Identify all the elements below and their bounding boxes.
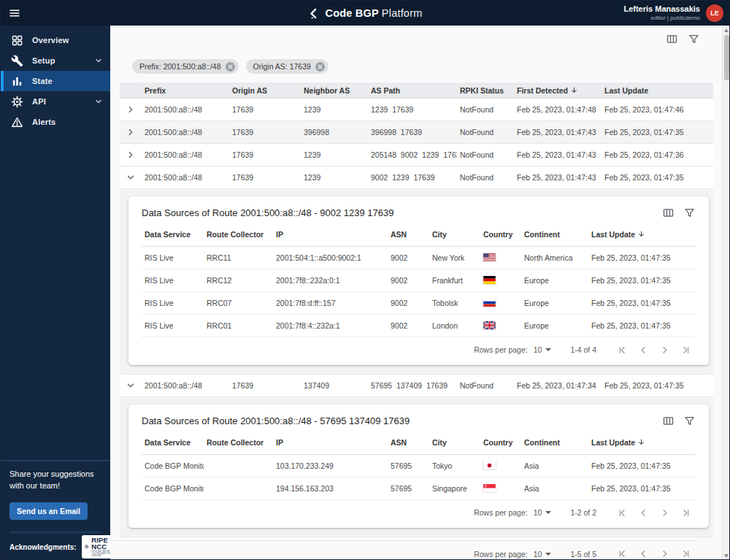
rows-per-page-select[interactable]: 10: [534, 508, 552, 517]
first-page-button[interactable]: [617, 548, 628, 559]
suggestion-text: Share your suggestions with our team!: [9, 469, 101, 492]
column-header-ip[interactable]: IP: [273, 438, 388, 447]
sidebar-item-api[interactable]: API: [1, 91, 110, 112]
sidebar-item-label: Alerts: [32, 118, 55, 126]
table-row[interactable]: RIS LiveRRC072001:7f8:d:ff::1579002Tobol…: [142, 292, 696, 315]
columns-icon[interactable]: [662, 207, 675, 219]
chip-label: Prefix: 2001:500:a8::/48: [139, 62, 221, 71]
column-header-as-path[interactable]: AS Path: [368, 86, 457, 95]
rows-per-page-select[interactable]: 10: [534, 345, 552, 354]
column-header-route-collector[interactable]: Route Collector: [204, 230, 273, 239]
filter-icon[interactable]: [688, 33, 700, 45]
previous-page-button[interactable]: [638, 345, 649, 356]
cell-continent: Europe: [521, 276, 588, 285]
previous-page-button[interactable]: [638, 548, 649, 559]
column-header-ip[interactable]: IP: [273, 230, 388, 239]
gb-flag-icon: [483, 321, 496, 329]
expand-row-button[interactable]: [120, 172, 142, 183]
expand-row-button[interactable]: [120, 380, 142, 391]
column-header-origin-as[interactable]: Origin AS: [229, 86, 301, 95]
column-header-last-update[interactable]: Last Update: [602, 86, 713, 95]
filter-chip-origin-as[interactable]: Origin AS: 17639: [246, 59, 328, 74]
cell-rpki_status: NotFound: [457, 173, 514, 182]
sort-desc-icon: [570, 86, 578, 94]
scrollbar-thumb[interactable]: [724, 35, 729, 80]
column-header-data-service[interactable]: Data Service: [142, 230, 204, 239]
filter-icon[interactable]: [683, 415, 696, 427]
column-header-first-detected[interactable]: First Detected: [514, 86, 602, 95]
table-row[interactable]: RIS LiveRRC122001:7f8::232a:0:19002Frank…: [142, 269, 696, 292]
cell-ip: 2001:504:1::a500:9002:1: [273, 253, 388, 262]
table-row[interactable]: RIS LiveRRC112001:504:1::a500:9002:19002…: [142, 247, 696, 269]
table-row[interactable]: 2001:500:a8::/48176391239205148 9002 123…: [120, 144, 713, 166]
table-row[interactable]: 2001:500:a8::/4817639396998396998 17639N…: [120, 121, 713, 144]
chip-remove-button[interactable]: [226, 62, 235, 72]
sidebar-item-state[interactable]: State: [1, 71, 110, 91]
cell-last_update: Feb 25, 2023, 01:47:35: [602, 128, 713, 137]
column-header-prefix[interactable]: Prefix: [142, 86, 229, 95]
cell-rpki_status: NotFound: [457, 381, 514, 390]
last-page-button[interactable]: [680, 345, 691, 356]
expand-row-button[interactable]: [120, 150, 142, 160]
column-header-city[interactable]: City: [429, 438, 480, 447]
send-email-button[interactable]: Send us an Email: [9, 502, 88, 520]
column-header-country[interactable]: Country: [480, 230, 521, 239]
menu-icon[interactable]: [2, 1, 27, 26]
sort-desc-icon: [637, 230, 645, 238]
sidebar-item-alerts[interactable]: Alerts: [1, 112, 110, 132]
cell-neighbor_as: 1239: [301, 150, 368, 159]
sidebar-footer: Share your suggestions with our team! Se…: [1, 460, 110, 560]
table-row[interactable]: Code BGP Monitor103.170.233.24957695Toky…: [142, 455, 696, 477]
cell-origin_as: 17639: [229, 173, 301, 182]
chevron-down-icon: [94, 97, 103, 106]
next-page-button[interactable]: [659, 548, 670, 559]
table-row[interactable]: 2001:500:a8::/481763912399002 1239 17639…: [120, 166, 713, 189]
user-menu[interactable]: Lefteris Manassakis editor | publicdemo …: [623, 4, 729, 22]
sidebar-item-overview[interactable]: Overview: [1, 30, 110, 50]
first-page-button[interactable]: [617, 345, 628, 356]
table-row[interactable]: 2001:500:a8::/481763912391239 17639NotFo…: [120, 99, 713, 121]
columns-icon[interactable]: [666, 33, 678, 45]
first-page-button[interactable]: [617, 507, 628, 518]
column-header-asn[interactable]: ASN: [388, 438, 429, 447]
next-page-button[interactable]: [659, 345, 670, 356]
column-header-continent[interactable]: Continent: [521, 438, 588, 447]
scroll-down-icon[interactable]: [724, 554, 729, 558]
avatar[interactable]: LE: [706, 4, 723, 22]
next-page-button[interactable]: [659, 507, 670, 518]
columns-icon[interactable]: [662, 415, 675, 427]
column-header-asn[interactable]: ASN: [388, 230, 429, 239]
vertical-scrollbar[interactable]: [722, 26, 729, 560]
expand-row-button[interactable]: [120, 127, 142, 137]
cell-last_update: Feb 25, 2023, 01:47:35: [588, 484, 696, 493]
rows-per-page-select[interactable]: 10: [534, 550, 552, 559]
column-header-rpki-status[interactable]: RPKI Status: [457, 86, 514, 95]
chevron-down-icon: [126, 380, 136, 391]
scroll-up-icon[interactable]: [724, 28, 729, 32]
column-header-city[interactable]: City: [429, 230, 480, 239]
column-header-continent[interactable]: Continent: [521, 230, 588, 239]
expand-row-button[interactable]: [120, 104, 142, 115]
previous-page-button[interactable]: [638, 507, 649, 518]
last-page-button[interactable]: [680, 548, 691, 559]
pagination-range: 1-5 of 5: [570, 550, 596, 559]
sidebar-item-label: Setup: [32, 56, 55, 65]
column-header-data-service[interactable]: Data Service: [142, 438, 204, 447]
gear-icon: [11, 96, 23, 108]
column-header-last-update[interactable]: Last Update: [588, 438, 696, 447]
cell-last_update: Feb 25, 2023, 01:47:35: [602, 173, 713, 182]
sort-desc-icon: [637, 438, 645, 446]
column-header-route-collector[interactable]: Route Collector: [204, 438, 273, 447]
pagination-range: 1-2 of 2: [570, 508, 596, 517]
column-header-country[interactable]: Country: [480, 438, 521, 447]
filter-icon[interactable]: [683, 207, 696, 219]
table-row[interactable]: Code BGP Monitor194.156.163.20357695Sing…: [142, 477, 696, 500]
table-row[interactable]: RIS LiveRRC012001:7f8:4::232a:19002Londo…: [142, 315, 696, 337]
sidebar-item-setup[interactable]: Setup: [1, 50, 110, 71]
table-row[interactable]: 2001:500:a8::/481763913740957695 137409 …: [120, 375, 713, 397]
filter-chip-prefix[interactable]: Prefix: 2001:500:a8::/48: [132, 59, 239, 74]
chip-remove-button[interactable]: [315, 62, 325, 72]
column-header-neighbor-as[interactable]: Neighbor AS: [301, 86, 368, 95]
column-header-last-update[interactable]: Last Update: [588, 230, 696, 239]
last-page-button[interactable]: [680, 507, 691, 518]
